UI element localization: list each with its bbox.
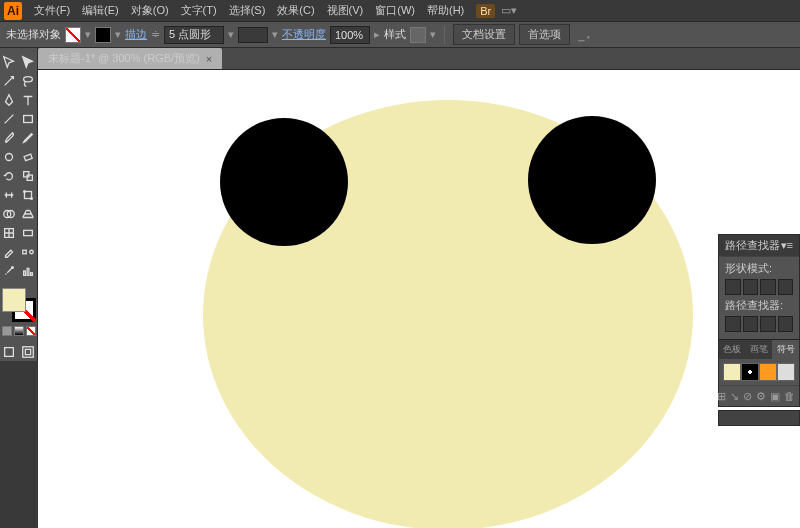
- artwork-circle-left[interactable]: [220, 118, 348, 246]
- column-graph-tool[interactable]: [19, 261, 38, 280]
- menu-bar: Ai 文件(F) 编辑(E) 对象(O) 文字(T) 选择(S) 效果(C) 视…: [0, 0, 800, 22]
- stroke-dropdown-icon[interactable]: ▾: [115, 28, 121, 41]
- divide-icon[interactable]: [725, 316, 741, 332]
- screen-mode-toggle[interactable]: [19, 342, 38, 361]
- gradient-tool[interactable]: [19, 223, 38, 242]
- paintbrush-tool[interactable]: [0, 128, 19, 147]
- scale-tool[interactable]: [19, 166, 38, 185]
- magic-wand-tool[interactable]: [0, 71, 19, 90]
- place-symbol-icon[interactable]: ↘: [730, 389, 739, 403]
- fill-dropdown-icon[interactable]: ▾: [85, 28, 91, 41]
- eyedropper-tool[interactable]: [0, 242, 19, 261]
- opacity-input[interactable]: [330, 26, 370, 44]
- svg-rect-16: [23, 271, 25, 275]
- blob-brush-tool[interactable]: [0, 147, 19, 166]
- menu-select[interactable]: 选择(S): [223, 3, 272, 18]
- stroke-label[interactable]: 描边: [125, 27, 147, 42]
- symbol-swatch-3[interactable]: [759, 363, 777, 381]
- menu-help[interactable]: 帮助(H): [421, 3, 470, 18]
- brushes-tab[interactable]: 画笔: [746, 340, 773, 359]
- collapsed-panel[interactable]: [718, 410, 800, 426]
- type-tool[interactable]: [19, 90, 38, 109]
- close-tab-icon[interactable]: ×: [206, 53, 212, 65]
- svg-rect-5: [27, 175, 32, 180]
- panel-menu-icon[interactable]: ▾≡: [781, 239, 793, 252]
- layout-icon[interactable]: ▭▾: [501, 4, 517, 17]
- blend-tool[interactable]: [19, 242, 38, 261]
- rotate-tool[interactable]: [0, 166, 19, 185]
- pencil-tool[interactable]: [19, 128, 38, 147]
- tools-panel: [0, 48, 38, 361]
- mesh-tool[interactable]: [0, 223, 19, 242]
- new-symbol-icon[interactable]: ▣: [770, 389, 780, 403]
- symbol-swatch-4[interactable]: [777, 363, 795, 381]
- menu-view[interactable]: 视图(V): [321, 3, 370, 18]
- svg-rect-13: [23, 250, 27, 254]
- symbols-grid: [719, 359, 799, 385]
- preferences-button[interactable]: 首选项: [519, 24, 570, 45]
- minus-front-icon[interactable]: [743, 279, 759, 295]
- align-icon[interactable]: ⎯▾: [578, 29, 592, 41]
- symbol-library-icon[interactable]: ⊞: [717, 389, 726, 403]
- line-tool[interactable]: [0, 109, 19, 128]
- menu-edit[interactable]: 编辑(E): [76, 3, 125, 18]
- merge-icon[interactable]: [760, 316, 776, 332]
- stroke-swatch[interactable]: [95, 27, 111, 43]
- selection-tool[interactable]: [0, 52, 19, 71]
- shape-builder-tool[interactable]: [0, 204, 19, 223]
- selection-status: 未选择对象: [6, 27, 61, 42]
- document-tab[interactable]: 未标题-1* @ 300% (RGB/预览) ×: [38, 48, 222, 69]
- eraser-tool[interactable]: [19, 147, 38, 166]
- document-setup-button[interactable]: 文档设置: [453, 24, 515, 45]
- pathfinder-panel: 路径查找器 ▾≡ 形状模式: 路径查找器: 色板 画笔 符号 ⊞ ↘ ⊘ ⚙: [718, 234, 800, 407]
- menu-object[interactable]: 对象(O): [125, 3, 175, 18]
- crop-icon[interactable]: [778, 316, 794, 332]
- brush-definition[interactable]: [238, 27, 268, 43]
- shape-modes-label: 形状模式:: [725, 261, 793, 276]
- trim-icon[interactable]: [743, 316, 759, 332]
- direct-selection-tool[interactable]: [19, 52, 38, 71]
- panel-header[interactable]: 路径查找器 ▾≡: [719, 235, 799, 256]
- symbol-swatch-2[interactable]: [741, 363, 759, 381]
- artwork-circle-right[interactable]: [528, 116, 656, 244]
- swatches-tab[interactable]: 色板: [719, 340, 746, 359]
- screen-mode-normal[interactable]: [0, 342, 19, 361]
- gradient-mode-icon[interactable]: [14, 326, 24, 336]
- width-tool[interactable]: [0, 185, 19, 204]
- stroke-weight-input[interactable]: [164, 26, 224, 44]
- menu-effect[interactable]: 效果(C): [271, 3, 320, 18]
- symbols-tab[interactable]: 符号: [772, 340, 799, 359]
- style-swatch[interactable]: [410, 27, 426, 43]
- symbol-sprayer-tool[interactable]: [0, 261, 19, 280]
- canvas[interactable]: [38, 70, 800, 528]
- menu-file[interactable]: 文件(F): [28, 3, 76, 18]
- fill-color-icon[interactable]: [2, 288, 26, 312]
- svg-point-14: [30, 250, 34, 254]
- bridge-button[interactable]: Br: [476, 4, 495, 18]
- unite-icon[interactable]: [725, 279, 741, 295]
- opacity-label[interactable]: 不透明度: [282, 27, 326, 42]
- pathfinders-label: 路径查找器:: [725, 298, 793, 313]
- svg-rect-17: [27, 268, 29, 275]
- rectangle-tool[interactable]: [19, 109, 38, 128]
- color-mode-icon[interactable]: [2, 326, 12, 336]
- fill-swatch[interactable]: [65, 27, 81, 43]
- svg-rect-1: [23, 115, 32, 122]
- free-transform-tool[interactable]: [19, 185, 38, 204]
- lasso-tool[interactable]: [19, 71, 38, 90]
- document-tab-title: 未标题-1* @ 300% (RGB/预览): [48, 51, 200, 66]
- intersect-icon[interactable]: [760, 279, 776, 295]
- break-link-icon[interactable]: ⊘: [743, 389, 752, 403]
- pen-tool[interactable]: [0, 90, 19, 109]
- exclude-icon[interactable]: [778, 279, 794, 295]
- menu-window[interactable]: 窗口(W): [369, 3, 421, 18]
- panel-title: 路径查找器: [725, 238, 780, 253]
- symbol-swatch-1[interactable]: [723, 363, 741, 381]
- fill-stroke-control[interactable]: [2, 288, 36, 322]
- stroke-profile-dropdown-icon[interactable]: ▾: [228, 28, 234, 41]
- none-mode-icon[interactable]: [26, 326, 36, 336]
- perspective-grid-tool[interactable]: [19, 204, 38, 223]
- symbol-options-icon[interactable]: ⚙: [756, 389, 766, 403]
- delete-symbol-icon[interactable]: 🗑: [784, 389, 795, 403]
- menu-type[interactable]: 文字(T): [175, 3, 223, 18]
